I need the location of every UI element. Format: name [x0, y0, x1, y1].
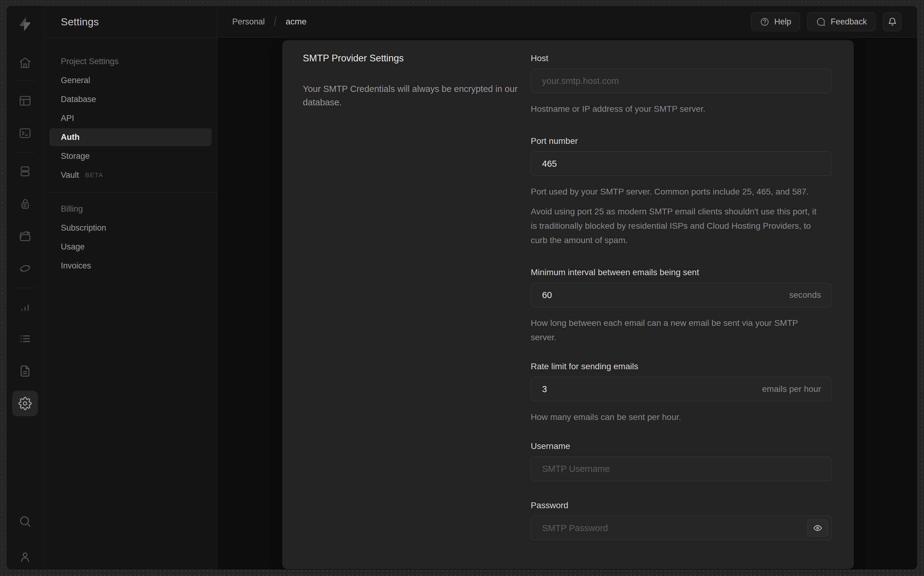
section-title: SMTP Provider Settings: [303, 53, 523, 64]
sidebar-header: Settings: [44, 6, 217, 38]
header-actions: Help Feedback: [751, 12, 902, 31]
nav-divider: [44, 192, 217, 193]
message-bubble-icon: [816, 17, 826, 27]
notifications-button[interactable]: [883, 12, 902, 31]
page-title: Settings: [61, 16, 99, 28]
sidebar-item-table-editor[interactable]: [12, 88, 38, 114]
eye-icon: [813, 523, 822, 533]
port-help-warning: Avoid using port 25 as modern SMTP email…: [531, 204, 822, 247]
reveal-password-button[interactable]: [807, 520, 828, 537]
nav-item-usage[interactable]: Usage: [44, 237, 217, 256]
sidebar-item-docs[interactable]: [12, 358, 38, 384]
host-label: Host: [531, 53, 832, 63]
field-host: Host Hostname or IP address of your SMTP…: [531, 53, 832, 116]
sidebar-item-storage[interactable]: [12, 223, 38, 249]
table-editor-icon: [18, 94, 32, 107]
sidebar-item-authentication[interactable]: [12, 191, 38, 216]
help-button-label: Help: [774, 17, 791, 27]
supabase-logo[interactable]: [12, 11, 38, 37]
app-window: Settings Project Settings General Databa…: [6, 5, 918, 570]
settings-sidebar: Settings Project Settings General Databa…: [44, 6, 217, 570]
lock-icon: [18, 197, 32, 210]
beta-badge: BETA: [85, 171, 103, 179]
min-interval-input[interactable]: [531, 283, 832, 307]
field-password: Password: [531, 501, 832, 540]
main-header: Personal / acme Help Feedback: [218, 6, 917, 38]
min-interval-label: Minimum interval between emails being se…: [531, 267, 832, 277]
nav-item-vault[interactable]: Vault BETA: [44, 166, 217, 184]
field-min-interval: Minimum interval between emails being se…: [531, 267, 832, 344]
icon-rail: [6, 6, 44, 570]
help-circle-icon: [760, 17, 769, 27]
field-port: Port number Port used by your SMTP serve…: [531, 136, 832, 247]
supabase-bolt-icon: [17, 16, 33, 32]
logs-icon: [18, 332, 32, 346]
search-button[interactable]: [12, 509, 38, 534]
host-input[interactable]: [531, 69, 832, 93]
username-label: Username: [531, 441, 832, 451]
nav-item-general[interactable]: General: [44, 71, 217, 90]
sidebar-item-logs[interactable]: [12, 326, 38, 352]
rail-divider: [14, 152, 35, 153]
nav-heading-project-settings: Project Settings: [44, 52, 217, 71]
password-label: Password: [531, 501, 832, 510]
database-icon: [18, 165, 32, 178]
sidebar-item-reports[interactable]: [12, 294, 38, 320]
sidebar-item-edge-functions[interactable]: [12, 256, 38, 281]
sidebar-item-project-settings[interactable]: [12, 390, 38, 416]
port-label: Port number: [531, 136, 832, 146]
smtp-form: Host Hostname or IP address of your SMTP…: [531, 53, 832, 557]
section-intro: SMTP Provider Settings Your SMTP Credent…: [303, 53, 523, 109]
sidebar-item-sql-editor[interactable]: [12, 120, 38, 146]
password-input[interactable]: [531, 516, 832, 540]
nav-item-database[interactable]: Database: [44, 90, 217, 109]
feedback-button-label: Feedback: [831, 17, 867, 27]
nav-item-subscription[interactable]: Subscription: [44, 218, 217, 237]
settings-nav: Project Settings General Database API Au…: [44, 38, 217, 275]
username-input[interactable]: [531, 457, 832, 481]
bell-icon: [888, 17, 897, 27]
rate-limit-input[interactable]: [531, 377, 832, 401]
sql-editor-icon: [18, 126, 32, 140]
main-area: Personal / acme Help Feedback: [218, 6, 917, 570]
rate-limit-label: Rate limit for sending emails: [531, 362, 832, 371]
user-icon: [18, 550, 32, 564]
sidebar-item-database[interactable]: [12, 158, 38, 184]
file-text-icon: [18, 364, 32, 378]
nav-item-storage[interactable]: Storage: [44, 147, 217, 166]
storage-icon: [18, 229, 32, 243]
search-icon: [18, 515, 32, 528]
nav-item-api[interactable]: API: [44, 109, 217, 128]
nav-item-vault-label: Vault: [61, 170, 79, 180]
reports-icon: [18, 300, 32, 314]
rate-limit-help: How many emails can be sent per hour.: [531, 410, 822, 424]
nav-heading-billing: Billing: [44, 200, 217, 218]
breadcrumb-org[interactable]: Personal: [232, 17, 265, 27]
account-button[interactable]: [12, 544, 38, 570]
nav-item-invoices[interactable]: Invoices: [44, 256, 217, 275]
sidebar-item-home[interactable]: [12, 50, 38, 76]
help-button[interactable]: Help: [751, 12, 800, 31]
edge-functions-icon: [18, 262, 32, 275]
host-help: Hostname or IP address of your SMTP serv…: [531, 102, 822, 116]
breadcrumb: Personal / acme: [232, 16, 306, 27]
home-icon: [18, 56, 32, 70]
section-description: Your SMTP Credentials will always be enc…: [303, 82, 523, 109]
field-rate-limit: Rate limit for sending emails emails per…: [531, 362, 832, 424]
port-help: Port used by your SMTP server. Common po…: [531, 184, 822, 199]
min-interval-help: How long between each email can a new em…: [531, 316, 822, 344]
breadcrumb-project[interactable]: acme: [286, 17, 306, 27]
breadcrumb-separator: /: [274, 14, 277, 29]
port-input[interactable]: [531, 152, 832, 176]
rail-divider: [14, 288, 35, 288]
gear-icon: [18, 397, 32, 410]
smtp-settings-card: SMTP Provider Settings Your SMTP Credent…: [282, 40, 854, 569]
nav-item-auth[interactable]: Auth: [50, 128, 212, 146]
feedback-button[interactable]: Feedback: [807, 12, 876, 31]
rail-divider: [14, 80, 35, 80]
field-username: Username: [531, 441, 832, 481]
